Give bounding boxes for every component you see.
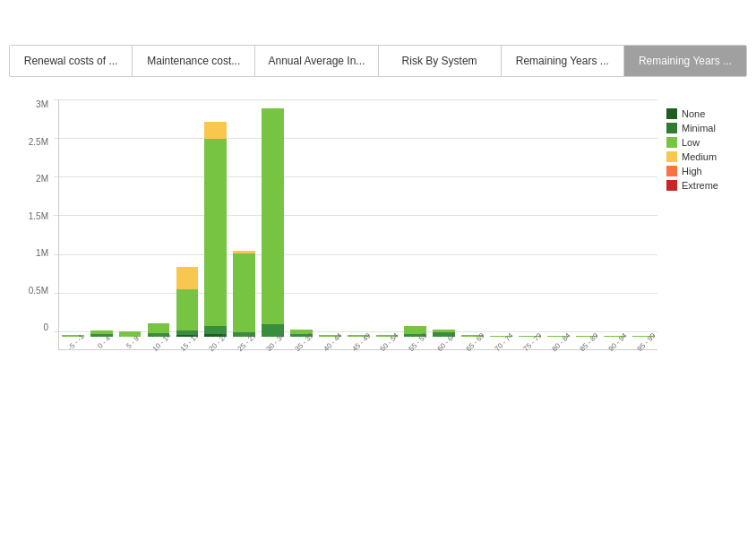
- y-label-4: 1M: [18, 248, 52, 258]
- x-label-19: 90 - 94: [607, 331, 629, 353]
- bar-group-0: -5 - -1: [59, 99, 87, 349]
- legend-label-low: Low: [682, 137, 700, 148]
- chart-section: 3M2.5M2M1.5M1M0.5M0 -5 - -10 - 45 - 910 …: [0, 77, 756, 368]
- y-label-3: 1.5M: [18, 211, 52, 221]
- tab-remaining-years[interactable]: Remaining Years ...: [502, 46, 624, 76]
- bar-stack-7: [262, 108, 284, 337]
- bar-stack-2: [119, 331, 142, 337]
- bar-group-14: 65 - 69: [459, 99, 486, 349]
- x-label-16: 75 - 79: [521, 331, 543, 353]
- tab-renewal-costs[interactable]: Renewal costs of ...: [10, 46, 133, 76]
- legend-color-minimal: [666, 123, 677, 133]
- bar-group-17: 80 - 84: [545, 99, 572, 349]
- tab-maintenance-costs[interactable]: Maintenance cost...: [133, 46, 255, 76]
- bar-stack-5: [204, 122, 227, 337]
- bar-group-18: 85 - 89: [572, 99, 600, 349]
- bar-stack-4: [176, 267, 199, 337]
- bar-segment-low-2: [119, 331, 142, 337]
- legend-label-none: None: [682, 108, 705, 119]
- bar-group-12: 55 - 59: [401, 99, 429, 349]
- legend-color-medium: [666, 151, 677, 162]
- bar-segment-low-6: [233, 253, 255, 332]
- chart-wrapper: 3M2.5M2M1.5M1M0.5M0 -5 - -10 - 45 - 910 …: [18, 99, 657, 368]
- chart-area: 3M2.5M2M1.5M1M0.5M0 -5 - -10 - 45 - 910 …: [18, 99, 738, 368]
- bar-group-20: 95 - 99: [630, 99, 657, 349]
- legend-label-extreme: Extreme: [682, 180, 718, 191]
- page-title: [0, 0, 756, 45]
- y-label-6: 0: [18, 322, 52, 332]
- bar-segment-low-5: [204, 139, 227, 326]
- bar-segment-minimal-1: [90, 334, 113, 337]
- x-label-17: 80 - 84: [550, 331, 571, 353]
- bar-group-9: 40 - 44: [316, 99, 344, 349]
- legend-label-minimal: Minimal: [682, 123, 716, 133]
- bar-segment-low-4: [176, 289, 199, 330]
- y-label-0: 3M: [18, 99, 52, 109]
- tab-remaining-years-2[interactable]: Remaining Years ...: [624, 46, 746, 76]
- bar-group-10: 45 - 49: [345, 99, 373, 349]
- y-axis: 3M2.5M2M1.5M1M0.5M0: [18, 99, 52, 332]
- chart-legend: NoneMinimalLowMediumHighExtreme: [657, 99, 738, 191]
- bar-segment-medium-4: [176, 267, 199, 289]
- x-label-15: 70 - 74: [494, 331, 515, 353]
- bar-group-13: 60 - 64: [430, 99, 458, 349]
- legend-item-low: Low: [666, 137, 738, 148]
- bar-group-5: 20 - 24: [202, 99, 229, 349]
- bar-stack-6: [233, 251, 255, 337]
- y-label-1: 2.5M: [18, 137, 52, 147]
- bar-segment-medium-5: [204, 122, 227, 139]
- legend-label-medium: Medium: [682, 151, 717, 162]
- bar-stack-1: [90, 330, 113, 337]
- bar-group-4: 15 - 19: [173, 99, 201, 349]
- y-label-2: 2M: [18, 174, 52, 184]
- bar-group-2: 5 - 9: [116, 99, 144, 349]
- legend-item-none: None: [666, 108, 738, 119]
- tab-annual-average[interactable]: Annual Average In...: [255, 46, 378, 76]
- bar-group-19: 90 - 94: [601, 99, 629, 349]
- x-label-18: 85 - 89: [579, 331, 600, 353]
- legend-color-high: [666, 166, 677, 176]
- bar-group-8: 35 - 39: [288, 99, 315, 349]
- bar-group-1: 0 - 4: [88, 99, 116, 349]
- legend-label-high: High: [682, 166, 702, 176]
- legend-item-medium: Medium: [666, 151, 738, 162]
- bar-group-6: 25 - 29: [230, 99, 258, 349]
- bar-segment-low-7: [262, 108, 284, 324]
- x-label-20: 95 - 99: [636, 331, 657, 353]
- bar-group-7: 30 - 34: [259, 99, 287, 349]
- legend-color-none: [666, 108, 677, 119]
- legend-item-extreme: Extreme: [666, 180, 738, 191]
- legend-color-low: [666, 137, 677, 148]
- bar-group-11: 50 - 54: [373, 99, 400, 349]
- tab-risk-by-system[interactable]: Risk By System: [379, 46, 502, 76]
- legend-item-high: High: [666, 166, 738, 176]
- legend-item-minimal: Minimal: [666, 123, 738, 133]
- bar-group-3: 10 - 14: [145, 99, 173, 349]
- tabs-container: Renewal costs of ...Maintenance cost...A…: [9, 45, 747, 77]
- legend-color-extreme: [666, 180, 677, 191]
- y-label-5: 0.5M: [18, 286, 52, 296]
- bar-group-16: 75 - 79: [516, 99, 544, 349]
- bar-group-15: 70 - 74: [487, 99, 515, 349]
